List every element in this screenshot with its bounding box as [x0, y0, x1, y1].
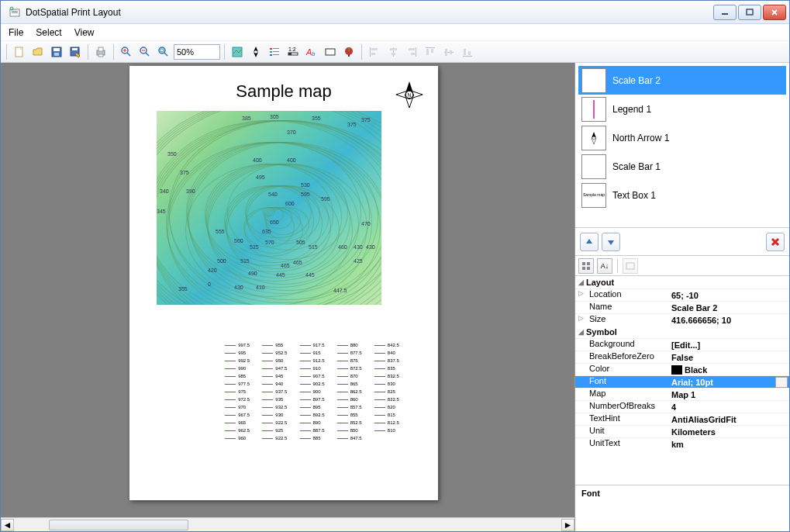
- svg-rect-45: [431, 49, 433, 53]
- insert-text-icon[interactable]: Ab: [303, 43, 320, 60]
- element-list-item[interactable]: Scale Bar 2: [578, 66, 786, 95]
- svg-rect-57: [587, 267, 590, 270]
- element-list-item[interactable]: Legend 1: [578, 95, 786, 123]
- svg-rect-35: [371, 48, 378, 50]
- toolbar: 1:2 Ab: [1, 41, 789, 63]
- menu-file[interactable]: File: [9, 27, 23, 38]
- zoom-extent-icon[interactable]: [155, 43, 172, 60]
- property-row[interactable]: UnitKilometers: [575, 425, 789, 437]
- svg-rect-39: [392, 53, 395, 55]
- svg-rect-38: [390, 48, 397, 50]
- property-toolbar: A↓: [575, 256, 789, 276]
- svg-rect-54: [582, 262, 585, 265]
- north-arrow-element[interactable]: N: [395, 80, 424, 109]
- property-row[interactable]: Background[Edit...]: [575, 338, 789, 351]
- property-row[interactable]: NameScale Bar 2: [575, 301, 789, 313]
- property-row[interactable]: ▷Size416.666656; 10: [575, 313, 789, 326]
- property-row[interactable]: NumberOfBreaks4: [575, 400, 789, 413]
- element-list-item[interactable]: Scale Bar 1: [578, 152, 786, 181]
- svg-rect-18: [160, 49, 164, 52]
- open-icon[interactable]: [29, 43, 47, 60]
- element-list-label: Legend 1: [612, 104, 651, 115]
- svg-rect-49: [463, 56, 472, 57]
- svg-rect-23: [273, 51, 279, 52]
- svg-rect-24: [270, 54, 272, 56]
- svg-rect-43: [426, 47, 435, 48]
- close-button[interactable]: [763, 5, 786, 20]
- move-down-button[interactable]: [602, 233, 620, 251]
- property-row[interactable]: BreakBeforeZeroFalse: [575, 351, 789, 363]
- insert-map-icon[interactable]: [229, 43, 246, 60]
- zoom-out-icon[interactable]: [136, 43, 154, 60]
- svg-rect-25: [273, 54, 279, 55]
- svg-rect-55: [587, 262, 590, 265]
- svg-rect-5: [747, 9, 753, 15]
- element-list-label: Scale Bar 1: [612, 161, 661, 172]
- element-list-item[interactable]: Sample mapText Box 1: [578, 181, 786, 209]
- svg-text:1:2: 1:2: [288, 47, 296, 52]
- svg-text:N: N: [408, 92, 412, 98]
- svg-rect-22: [270, 51, 272, 53]
- svg-rect-33: [348, 54, 350, 57]
- move-up-button[interactable]: [580, 233, 599, 251]
- align-left-icon: [366, 43, 383, 60]
- insert-legend-icon[interactable]: [266, 43, 283, 60]
- zoom-in-icon[interactable]: [118, 43, 135, 60]
- canvas-scroll[interactable]: Sample map 38530535537537537035040040037…: [1, 63, 574, 517]
- svg-rect-50: [464, 49, 466, 55]
- property-row[interactable]: MapMap 1: [575, 388, 789, 400]
- save-icon[interactable]: [48, 43, 65, 60]
- property-row[interactable]: TextHintAntiAliasGridFit: [575, 413, 789, 425]
- insert-rect-icon[interactable]: [322, 43, 339, 60]
- map-element[interactable]: 3853053553753753703504004003754955303403…: [157, 111, 381, 305]
- insert-north-icon[interactable]: [247, 43, 264, 60]
- maximize-button[interactable]: [738, 5, 761, 20]
- svg-rect-11: [72, 48, 78, 50]
- insert-scalebar-icon[interactable]: 1:2: [285, 43, 302, 60]
- svg-rect-48: [450, 50, 452, 54]
- align-right-icon: [403, 43, 420, 60]
- svg-rect-1: [12, 11, 18, 12]
- svg-rect-20: [270, 48, 272, 50]
- horizontal-scrollbar[interactable]: ◄ ►: [1, 517, 574, 531]
- svg-rect-2: [12, 12, 18, 13]
- menu-select[interactable]: Select: [36, 27, 61, 38]
- side-panel: Scale Bar 2Legend 1North Arrow 1Scale Ba…: [575, 63, 789, 531]
- svg-rect-56: [582, 267, 585, 270]
- window-title: DotSpatial Print Layout: [26, 7, 713, 18]
- svg-rect-40: [416, 47, 416, 57]
- menu-view[interactable]: View: [74, 27, 95, 38]
- minimize-button[interactable]: [713, 5, 737, 20]
- svg-rect-21: [273, 48, 279, 49]
- svg-rect-36: [371, 53, 375, 55]
- legend-element[interactable]: 997.5955917.5880842.5995952.5915877.5840…: [188, 341, 407, 442]
- alphabetical-icon[interactable]: A↓: [597, 258, 612, 274]
- insert-image-icon[interactable]: [340, 43, 357, 60]
- saveas-icon[interactable]: [67, 43, 84, 60]
- window-controls: [713, 5, 786, 20]
- property-pages-icon[interactable]: [623, 258, 638, 274]
- property-grid[interactable]: ◢Layout▷Location65; -10NameScale Bar 2▷S…: [575, 276, 789, 485]
- svg-rect-47: [445, 49, 447, 56]
- element-list-label: Text Box 1: [612, 190, 656, 201]
- print-icon[interactable]: [92, 43, 109, 60]
- property-row[interactable]: UnitTextkm: [575, 437, 789, 450]
- align-middle-icon: [440, 43, 457, 60]
- property-row[interactable]: ▷Location65; -10: [575, 288, 789, 301]
- property-category[interactable]: ◢Layout: [575, 276, 789, 288]
- canvas-pane: Sample map 38530535537537537035040040037…: [1, 63, 575, 531]
- element-list-item[interactable]: North Arrow 1: [578, 123, 786, 152]
- element-list-label: Scale Bar 2: [612, 75, 661, 86]
- property-row[interactable]: ColorBlack: [575, 363, 789, 375]
- element-list[interactable]: Scale Bar 2Legend 1North Arrow 1Scale Ba…: [575, 63, 789, 228]
- new-icon[interactable]: [11, 43, 28, 60]
- svg-rect-41: [409, 48, 415, 50]
- svg-rect-28: [288, 53, 292, 55]
- svg-point-17: [159, 47, 165, 54]
- delete-button[interactable]: [766, 233, 785, 251]
- property-category[interactable]: ◢Symbol: [575, 326, 789, 338]
- zoom-combo[interactable]: [174, 44, 220, 60]
- property-help: Font: [575, 485, 789, 531]
- property-row[interactable]: FontArial; 10pt…: [575, 375, 789, 388]
- categorized-icon[interactable]: [578, 258, 594, 274]
